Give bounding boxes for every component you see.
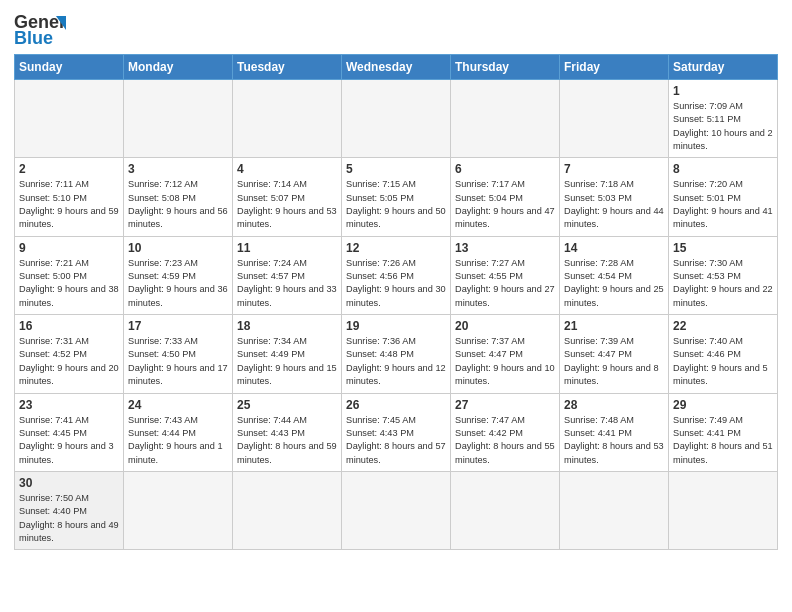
calendar-cell: 22Sunrise: 7:40 AM Sunset: 4:46 PM Dayli… xyxy=(669,315,778,393)
day-number: 25 xyxy=(237,398,337,412)
calendar-cell xyxy=(342,471,451,549)
calendar-cell: 13Sunrise: 7:27 AM Sunset: 4:55 PM Dayli… xyxy=(451,236,560,314)
logo-area: General Blue xyxy=(14,10,66,48)
calendar-cell xyxy=(233,471,342,549)
day-number: 5 xyxy=(346,162,446,176)
day-number: 8 xyxy=(673,162,773,176)
calendar-cell: 14Sunrise: 7:28 AM Sunset: 4:54 PM Dayli… xyxy=(560,236,669,314)
day-number: 24 xyxy=(128,398,228,412)
day-header-sunday: Sunday xyxy=(15,55,124,80)
calendar-cell: 12Sunrise: 7:26 AM Sunset: 4:56 PM Dayli… xyxy=(342,236,451,314)
day-info: Sunrise: 7:45 AM Sunset: 4:43 PM Dayligh… xyxy=(346,414,446,467)
day-info: Sunrise: 7:49 AM Sunset: 4:41 PM Dayligh… xyxy=(673,414,773,467)
calendar-cell: 6Sunrise: 7:17 AM Sunset: 5:04 PM Daylig… xyxy=(451,158,560,236)
day-info: Sunrise: 7:37 AM Sunset: 4:47 PM Dayligh… xyxy=(455,335,555,388)
day-number: 29 xyxy=(673,398,773,412)
day-number: 7 xyxy=(564,162,664,176)
calendar-cell: 7Sunrise: 7:18 AM Sunset: 5:03 PM Daylig… xyxy=(560,158,669,236)
day-number: 18 xyxy=(237,319,337,333)
calendar-cell xyxy=(124,471,233,549)
day-info: Sunrise: 7:24 AM Sunset: 4:57 PM Dayligh… xyxy=(237,257,337,310)
calendar-cell: 29Sunrise: 7:49 AM Sunset: 4:41 PM Dayli… xyxy=(669,393,778,471)
calendar-cell xyxy=(233,80,342,158)
calendar-cell: 21Sunrise: 7:39 AM Sunset: 4:47 PM Dayli… xyxy=(560,315,669,393)
day-number: 10 xyxy=(128,241,228,255)
day-number: 23 xyxy=(19,398,119,412)
calendar-week-row: 16Sunrise: 7:31 AM Sunset: 4:52 PM Dayli… xyxy=(15,315,778,393)
calendar-cell: 8Sunrise: 7:20 AM Sunset: 5:01 PM Daylig… xyxy=(669,158,778,236)
calendar-cell: 30Sunrise: 7:50 AM Sunset: 4:40 PM Dayli… xyxy=(15,471,124,549)
calendar-week-row: 23Sunrise: 7:41 AM Sunset: 4:45 PM Dayli… xyxy=(15,393,778,471)
day-number: 15 xyxy=(673,241,773,255)
calendar-header-row: SundayMondayTuesdayWednesdayThursdayFrid… xyxy=(15,55,778,80)
day-number: 13 xyxy=(455,241,555,255)
day-header-wednesday: Wednesday xyxy=(342,55,451,80)
day-info: Sunrise: 7:28 AM Sunset: 4:54 PM Dayligh… xyxy=(564,257,664,310)
calendar-cell: 10Sunrise: 7:23 AM Sunset: 4:59 PM Dayli… xyxy=(124,236,233,314)
calendar-cell: 4Sunrise: 7:14 AM Sunset: 5:07 PM Daylig… xyxy=(233,158,342,236)
day-number: 30 xyxy=(19,476,119,490)
day-info: Sunrise: 7:26 AM Sunset: 4:56 PM Dayligh… xyxy=(346,257,446,310)
calendar-cell xyxy=(15,80,124,158)
calendar-week-row: 1Sunrise: 7:09 AM Sunset: 5:11 PM Daylig… xyxy=(15,80,778,158)
day-number: 14 xyxy=(564,241,664,255)
day-info: Sunrise: 7:36 AM Sunset: 4:48 PM Dayligh… xyxy=(346,335,446,388)
calendar-cell: 17Sunrise: 7:33 AM Sunset: 4:50 PM Dayli… xyxy=(124,315,233,393)
calendar-cell: 1Sunrise: 7:09 AM Sunset: 5:11 PM Daylig… xyxy=(669,80,778,158)
calendar-cell: 9Sunrise: 7:21 AM Sunset: 5:00 PM Daylig… xyxy=(15,236,124,314)
day-number: 9 xyxy=(19,241,119,255)
day-info: Sunrise: 7:33 AM Sunset: 4:50 PM Dayligh… xyxy=(128,335,228,388)
day-info: Sunrise: 7:34 AM Sunset: 4:49 PM Dayligh… xyxy=(237,335,337,388)
calendar-cell xyxy=(124,80,233,158)
day-info: Sunrise: 7:12 AM Sunset: 5:08 PM Dayligh… xyxy=(128,178,228,231)
calendar-cell xyxy=(451,471,560,549)
day-number: 28 xyxy=(564,398,664,412)
calendar-cell: 5Sunrise: 7:15 AM Sunset: 5:05 PM Daylig… xyxy=(342,158,451,236)
calendar-cell: 16Sunrise: 7:31 AM Sunset: 4:52 PM Dayli… xyxy=(15,315,124,393)
day-info: Sunrise: 7:09 AM Sunset: 5:11 PM Dayligh… xyxy=(673,100,773,153)
day-info: Sunrise: 7:18 AM Sunset: 5:03 PM Dayligh… xyxy=(564,178,664,231)
calendar-cell: 28Sunrise: 7:48 AM Sunset: 4:41 PM Dayli… xyxy=(560,393,669,471)
svg-text:Blue: Blue xyxy=(14,28,53,48)
day-info: Sunrise: 7:14 AM Sunset: 5:07 PM Dayligh… xyxy=(237,178,337,231)
day-number: 1 xyxy=(673,84,773,98)
logo-icon: General Blue xyxy=(14,10,66,48)
day-info: Sunrise: 7:39 AM Sunset: 4:47 PM Dayligh… xyxy=(564,335,664,388)
day-number: 16 xyxy=(19,319,119,333)
day-number: 12 xyxy=(346,241,446,255)
day-header-friday: Friday xyxy=(560,55,669,80)
day-info: Sunrise: 7:47 AM Sunset: 4:42 PM Dayligh… xyxy=(455,414,555,467)
calendar-cell: 3Sunrise: 7:12 AM Sunset: 5:08 PM Daylig… xyxy=(124,158,233,236)
calendar-cell: 25Sunrise: 7:44 AM Sunset: 4:43 PM Dayli… xyxy=(233,393,342,471)
calendar-cell xyxy=(669,471,778,549)
calendar-cell: 15Sunrise: 7:30 AM Sunset: 4:53 PM Dayli… xyxy=(669,236,778,314)
day-header-tuesday: Tuesday xyxy=(233,55,342,80)
day-number: 4 xyxy=(237,162,337,176)
day-info: Sunrise: 7:41 AM Sunset: 4:45 PM Dayligh… xyxy=(19,414,119,467)
day-number: 2 xyxy=(19,162,119,176)
day-info: Sunrise: 7:43 AM Sunset: 4:44 PM Dayligh… xyxy=(128,414,228,467)
logo-wrapper: General Blue xyxy=(14,10,66,48)
day-number: 3 xyxy=(128,162,228,176)
day-number: 26 xyxy=(346,398,446,412)
day-header-thursday: Thursday xyxy=(451,55,560,80)
day-info: Sunrise: 7:40 AM Sunset: 4:46 PM Dayligh… xyxy=(673,335,773,388)
day-info: Sunrise: 7:21 AM Sunset: 5:00 PM Dayligh… xyxy=(19,257,119,310)
calendar-cell: 11Sunrise: 7:24 AM Sunset: 4:57 PM Dayli… xyxy=(233,236,342,314)
calendar-cell: 23Sunrise: 7:41 AM Sunset: 4:45 PM Dayli… xyxy=(15,393,124,471)
day-number: 20 xyxy=(455,319,555,333)
day-info: Sunrise: 7:50 AM Sunset: 4:40 PM Dayligh… xyxy=(19,492,119,545)
calendar-cell xyxy=(560,80,669,158)
calendar-week-row: 9Sunrise: 7:21 AM Sunset: 5:00 PM Daylig… xyxy=(15,236,778,314)
day-info: Sunrise: 7:30 AM Sunset: 4:53 PM Dayligh… xyxy=(673,257,773,310)
day-number: 6 xyxy=(455,162,555,176)
calendar-cell: 27Sunrise: 7:47 AM Sunset: 4:42 PM Dayli… xyxy=(451,393,560,471)
day-header-monday: Monday xyxy=(124,55,233,80)
calendar-cell: 26Sunrise: 7:45 AM Sunset: 4:43 PM Dayli… xyxy=(342,393,451,471)
day-number: 21 xyxy=(564,319,664,333)
day-number: 11 xyxy=(237,241,337,255)
calendar-week-row: 2Sunrise: 7:11 AM Sunset: 5:10 PM Daylig… xyxy=(15,158,778,236)
day-info: Sunrise: 7:48 AM Sunset: 4:41 PM Dayligh… xyxy=(564,414,664,467)
day-number: 22 xyxy=(673,319,773,333)
page: General Blue SundayMondayTuesdayWednesda… xyxy=(0,0,792,560)
